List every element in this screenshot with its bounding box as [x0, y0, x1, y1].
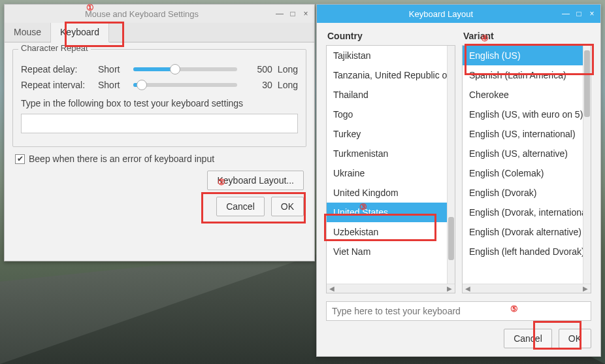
beep-label: Beep when there is an error of keyboard …: [29, 154, 214, 164]
slider-thumb[interactable]: [170, 64, 180, 74]
list-item[interactable]: United Kingdom: [327, 183, 455, 203]
repeat-delay-label: Repeat delay:: [21, 64, 93, 74]
slider-thumb[interactable]: [137, 80, 147, 90]
list-item[interactable]: Tanzania, United Republic of: [327, 65, 455, 85]
list-item[interactable]: English (US, international): [463, 124, 591, 144]
variant-heading: Variant: [462, 31, 591, 41]
repeat-interval-slider[interactable]: [133, 83, 237, 87]
cancel-button[interactable]: Cancel: [504, 329, 552, 348]
window-title: Keyboard Layout: [321, 9, 561, 19]
list-item[interactable]: English (Dvorak, international): [463, 203, 591, 222]
list-item[interactable]: English (US): [463, 46, 591, 65]
maximize-icon[interactable]: □: [574, 9, 583, 18]
test-hint: Type in the following box to test your k…: [21, 98, 243, 108]
short-label: Short: [98, 80, 124, 90]
minimize-icon[interactable]: —: [561, 9, 570, 18]
character-repeat-group: Character Repeat Repeat delay: Short 500…: [12, 49, 306, 147]
list-item[interactable]: English (Colemak): [463, 163, 591, 183]
tab-mouse[interactable]: Mouse: [5, 23, 51, 42]
tabbar: Mouse Keyboard: [5, 23, 314, 42]
titlebar[interactable]: Mouse and Keyboard Settings — □ ×: [5, 5, 314, 23]
country-listbox[interactable]: TajikistanTanzania, United Republic ofTh…: [326, 45, 455, 293]
repeat-interval-label: Repeat interval:: [21, 80, 93, 90]
close-icon[interactable]: ×: [587, 9, 597, 18]
long-label: Long: [278, 64, 298, 74]
short-label: Short: [98, 64, 124, 74]
list-item[interactable]: Turkmenistan: [327, 144, 455, 163]
tab-keyboard[interactable]: Keyboard: [51, 23, 109, 42]
titlebar[interactable]: Keyboard Layout — □ ×: [317, 5, 600, 23]
window-title: Mouse and Keyboard Settings: [8, 9, 275, 19]
layout-test-input[interactable]: [326, 301, 591, 321]
list-item[interactable]: English (US, with euro on 5): [463, 105, 591, 124]
list-item[interactable]: Turkey: [327, 124, 455, 144]
repeat-delay-slider[interactable]: [133, 67, 237, 71]
list-item[interactable]: Spanish (Latin America): [463, 65, 591, 85]
scroll-right-icon[interactable]: ▶: [446, 285, 453, 293]
cancel-button[interactable]: Cancel: [216, 197, 265, 216]
list-item[interactable]: Thailand: [327, 85, 455, 105]
list-item[interactable]: Uzbekistan: [327, 222, 455, 242]
list-item[interactable]: Togo: [327, 105, 455, 124]
list-item[interactable]: English (left handed Dvorak): [463, 242, 591, 261]
list-item[interactable]: English (US, alternative): [463, 144, 591, 163]
beep-checkbox[interactable]: ✔: [15, 154, 25, 164]
vertical-scrollbar[interactable]: [447, 46, 455, 284]
minimize-icon[interactable]: —: [275, 9, 284, 18]
keyboard-layout-window: Keyboard Layout — □ × Country Tajikistan…: [316, 4, 601, 357]
list-item[interactable]: Tajikistan: [327, 46, 455, 65]
mouse-keyboard-settings-window: Mouse and Keyboard Settings — □ × Mouse …: [4, 4, 315, 261]
delay-value: 500: [246, 64, 272, 74]
ok-button[interactable]: OK: [559, 329, 591, 348]
horizontal-scrollbar[interactable]: ◀ ▶: [327, 284, 455, 293]
list-item[interactable]: Cherokee: [463, 85, 591, 105]
scroll-left-icon[interactable]: ◀: [328, 285, 336, 293]
list-item[interactable]: English (Dvorak alternative): [463, 222, 591, 242]
scroll-right-icon[interactable]: ▶: [581, 285, 589, 293]
keyboard-test-input[interactable]: [21, 114, 298, 133]
variant-listbox[interactable]: English (US)Spanish (Latin America)Chero…: [462, 45, 591, 293]
long-label: Long: [278, 80, 298, 90]
list-item[interactable]: English (Dvorak): [463, 183, 591, 203]
interval-value: 30: [246, 80, 272, 90]
list-item[interactable]: United States: [327, 203, 455, 222]
maximize-icon[interactable]: □: [288, 9, 297, 18]
keyboard-layout-button[interactable]: Keyboard Layout...: [207, 171, 304, 190]
close-icon[interactable]: ×: [301, 9, 310, 18]
vertical-scrollbar[interactable]: [583, 46, 591, 284]
group-legend: Character Repeat: [18, 43, 91, 53]
country-heading: Country: [326, 31, 455, 41]
scroll-left-icon[interactable]: ◀: [464, 285, 472, 293]
horizontal-scrollbar[interactable]: ◀ ▶: [463, 284, 591, 293]
list-item[interactable]: Ukraine: [327, 163, 455, 183]
list-item[interactable]: Viet Nam: [327, 242, 455, 261]
check-icon: ✔: [17, 155, 24, 163]
ok-button[interactable]: OK: [271, 197, 304, 216]
